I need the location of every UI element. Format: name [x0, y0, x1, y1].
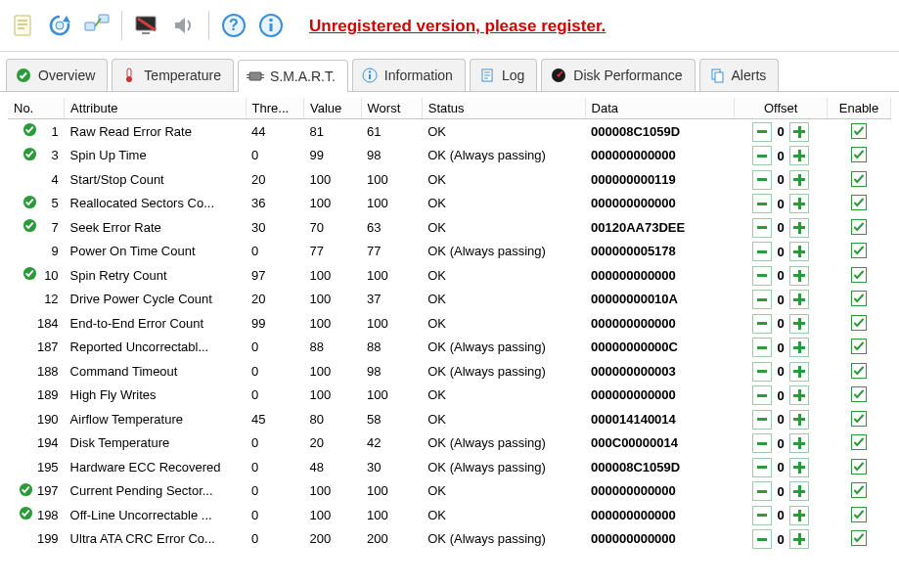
table-row[interactable]: 190Airflow Temperature458058OK0000141400… [8, 407, 891, 431]
offset-increment-button[interactable] [789, 194, 809, 213]
toolbar-sound-icon[interactable] [167, 9, 201, 42]
enable-checkbox[interactable] [851, 386, 867, 402]
offset-increment-button[interactable] [789, 266, 809, 286]
offset-decrement-button[interactable] [752, 506, 772, 525]
col-header-value[interactable]: Value [303, 98, 361, 119]
tab-smart[interactable]: S.M.A.R.T. [238, 60, 348, 92]
col-header-data[interactable]: Data [585, 98, 735, 119]
offset-decrement-button[interactable] [752, 362, 772, 382]
tab-disk-performance[interactable]: Disk Performance [541, 59, 695, 91]
table-row[interactable]: 10Spin Retry Count97100100OK000000000000… [8, 263, 891, 288]
offset-decrement-button[interactable] [752, 122, 772, 142]
col-header-status[interactable]: Status [422, 98, 585, 119]
table-row[interactable]: 4Start/Stop Count20100100OK0000000001190 [8, 167, 891, 192]
offset-decrement-button[interactable] [752, 458, 772, 477]
offset-decrement-button[interactable] [752, 290, 772, 309]
table-row[interactable]: 1Raw Read Error Rate448161OK000008C1059D… [8, 119, 891, 144]
offset-decrement-button[interactable] [752, 242, 772, 261]
tab-alerts[interactable]: Alerts [699, 59, 780, 91]
enable-checkbox[interactable] [851, 411, 867, 427]
offset-decrement-button[interactable] [752, 314, 772, 334]
enable-checkbox[interactable] [851, 267, 867, 283]
offset-increment-button[interactable] [789, 458, 809, 477]
enable-checkbox[interactable] [851, 243, 867, 258]
offset-increment-button[interactable] [789, 506, 809, 525]
offset-value: 0 [774, 388, 787, 403]
offset-decrement-button[interactable] [752, 146, 772, 165]
cell-data: 00000000010A [585, 288, 735, 312]
table-row[interactable]: 194Disk Temperature02042OK (Always passi… [8, 431, 891, 456]
tab-temperature[interactable]: Temperature [112, 59, 234, 91]
table-row[interactable]: 12Drive Power Cycle Count2010037OK000000… [8, 288, 891, 312]
offset-increment-button[interactable] [789, 481, 809, 501]
table-row[interactable]: 3Spin Up Time09998OK (Always passing)000… [8, 144, 891, 168]
col-header-offset[interactable]: Offset [735, 98, 828, 119]
offset-decrement-button[interactable] [752, 338, 772, 357]
enable-checkbox[interactable] [851, 315, 867, 331]
enable-checkbox[interactable] [851, 459, 867, 475]
unregistered-link[interactable]: Unregistered version, please register. [309, 17, 606, 36]
toolbar-help-icon[interactable]: ? [217, 9, 250, 42]
offset-increment-button[interactable] [789, 529, 809, 549]
offset-decrement-button[interactable] [752, 433, 772, 453]
enable-checkbox[interactable] [851, 339, 867, 354]
tab-label: S.M.A.R.T. [270, 68, 336, 84]
offset-increment-button[interactable] [789, 146, 809, 165]
offset-increment-button[interactable] [789, 170, 809, 190]
col-header-no[interactable]: No. [8, 98, 65, 119]
enable-checkbox[interactable] [851, 291, 867, 306]
enable-checkbox[interactable] [851, 219, 867, 235]
tab-log[interactable]: Log [470, 59, 537, 91]
enable-checkbox[interactable] [851, 171, 867, 187]
col-header-enable[interactable]: Enable [827, 98, 890, 119]
offset-decrement-button[interactable] [752, 529, 772, 549]
toolbar-refresh-icon[interactable] [43, 9, 76, 42]
enable-checkbox[interactable] [851, 195, 867, 210]
table-row[interactable]: 7Seek Error Rate307063OK00120AA73DEE0 [8, 215, 891, 240]
offset-increment-button[interactable] [789, 338, 809, 357]
table-row[interactable]: 9Power On Time Count07777OK (Always pass… [8, 240, 891, 264]
offset-decrement-button[interactable] [752, 170, 772, 190]
table-row[interactable]: 184End-to-End Error Count99100100OK00000… [8, 311, 891, 336]
offset-increment-button[interactable] [789, 290, 809, 309]
offset-decrement-button[interactable] [752, 385, 772, 405]
toolbar-about-icon[interactable] [254, 9, 288, 42]
enable-checkbox[interactable] [851, 434, 867, 450]
col-header-threshold[interactable]: Thre... [246, 98, 303, 119]
table-row[interactable]: 195Hardware ECC Recovered04830OK (Always… [8, 455, 891, 479]
table-row[interactable]: 197Current Pending Sector...0100100OK000… [8, 479, 891, 504]
offset-decrement-button[interactable] [752, 218, 772, 238]
enable-checkbox[interactable] [851, 123, 867, 139]
table-row[interactable]: 5Reallocated Sectors Co...36100100OK0000… [8, 192, 891, 216]
offset-increment-button[interactable] [789, 410, 809, 430]
offset-increment-button[interactable] [789, 362, 809, 382]
offset-decrement-button[interactable] [752, 481, 772, 501]
toolbar-note-icon[interactable] [6, 9, 39, 42]
offset-increment-button[interactable] [789, 314, 809, 334]
offset-increment-button[interactable] [789, 122, 809, 142]
table-row[interactable]: 189High Fly Writes0100100OK0000000000000 [8, 384, 891, 408]
table-row[interactable]: 198Off-Line Uncorrectable ...0100100OK00… [8, 503, 891, 527]
offset-decrement-button[interactable] [752, 194, 772, 213]
enable-checkbox[interactable] [851, 147, 867, 162]
col-header-worst[interactable]: Worst [361, 98, 422, 119]
enable-checkbox[interactable] [851, 363, 867, 379]
svg-marker-4 [63, 16, 70, 23]
tab-information[interactable]: Information [352, 59, 466, 91]
offset-increment-button[interactable] [789, 242, 809, 261]
offset-decrement-button[interactable] [752, 266, 772, 286]
toolbar-network-icon[interactable] [80, 9, 113, 42]
enable-checkbox[interactable] [851, 482, 867, 498]
tab-overview[interactable]: Overview [6, 59, 108, 91]
table-row[interactable]: 188Command Timeout010098OK (Always passi… [8, 359, 891, 384]
offset-increment-button[interactable] [789, 433, 809, 453]
table-row[interactable]: 199Ultra ATA CRC Error Co...0200200OK (A… [8, 527, 891, 552]
enable-checkbox[interactable] [851, 530, 867, 546]
table-row[interactable]: 187Reported Uncorrectabl...08888OK (Alwa… [8, 336, 891, 360]
offset-increment-button[interactable] [789, 218, 809, 238]
enable-checkbox[interactable] [851, 507, 867, 522]
toolbar-monitor-icon[interactable] [130, 9, 163, 42]
offset-decrement-button[interactable] [752, 410, 772, 430]
offset-increment-button[interactable] [789, 385, 809, 405]
col-header-attribute[interactable]: Attribute [65, 98, 246, 119]
